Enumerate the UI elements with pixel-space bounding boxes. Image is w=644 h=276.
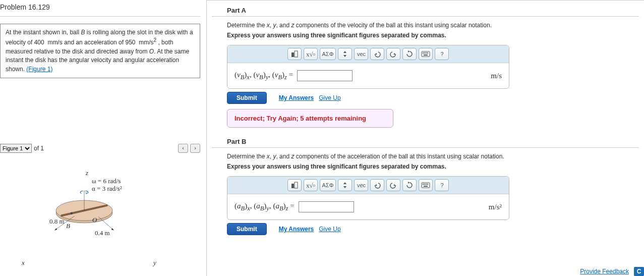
label-r2: 0.4 m <box>95 229 110 237</box>
part-a-title: Part A <box>212 7 639 17</box>
vec-button[interactable]: vec <box>354 179 368 191</box>
svg-rect-17 <box>423 52 424 53</box>
svg-rect-31 <box>426 184 427 185</box>
part-a-feedback: Incorrect; Try Again; 5 attempts remaini… <box>227 109 393 128</box>
updown-button[interactable] <box>338 48 352 60</box>
svg-marker-7 <box>54 228 57 230</box>
part-b-toolbar: x√▫ ΑΣΦ vec ? <box>227 177 509 194</box>
label-r1: 0.8 m <box>49 217 65 226</box>
part-b-answer-box: x√▫ ΑΣΦ vec ? (aB)x, (aB)y, (aB)z = m/s² <box>227 176 509 220</box>
reset-button[interactable] <box>402 48 417 60</box>
problem-description: At the instant shown in, ball B is rolli… <box>0 24 200 78</box>
svg-rect-30 <box>424 184 425 185</box>
provide-feedback-link[interactable]: Provide Feedback <box>580 268 629 275</box>
sqrt-button[interactable]: x√▫ <box>304 48 318 60</box>
part-a-prompt: Determine the x, y, and z components of … <box>227 22 639 29</box>
part-a-units: m/s <box>491 72 502 80</box>
svg-rect-18 <box>424 52 425 53</box>
label-O: O <box>92 216 97 224</box>
svg-rect-11 <box>295 51 298 57</box>
svg-marker-15 <box>408 50 409 52</box>
label-omega: ω = 6 rad/s <box>92 177 121 185</box>
help-button[interactable]: ? <box>435 48 449 60</box>
part-a-toolbar: x√▫ ΑΣΦ vec ? <box>227 45 509 63</box>
label-z: z <box>86 169 88 177</box>
part-a-instruction: Express your answers using three signifi… <box>227 32 639 39</box>
part-b-prompt: Determine the x, y, and z components of … <box>227 153 639 160</box>
svg-marker-5 <box>86 192 87 194</box>
part-a-submit-button[interactable]: Submit <box>227 92 267 104</box>
part-a-give-up[interactable]: Give Up <box>319 94 340 101</box>
figure-link[interactable]: (Figure 1) <box>26 66 52 73</box>
svg-text:x√▫: x√▫ <box>306 50 315 58</box>
template-button[interactable] <box>287 179 302 191</box>
vec-button[interactable]: vec <box>354 48 368 60</box>
redo-button[interactable] <box>386 179 400 191</box>
keyboard-button[interactable] <box>419 48 433 60</box>
part-a-answer-box: x√▫ ΑΣΦ vec ? (vB)x, (vB)y, (vB)z = m/s <box>227 45 509 89</box>
svg-rect-16 <box>422 51 430 57</box>
svg-rect-33 <box>424 186 428 187</box>
reset-button[interactable] <box>402 179 417 191</box>
label-B: B <box>66 222 70 230</box>
svg-marker-27 <box>408 182 409 184</box>
greek-button[interactable]: ΑΣΦ <box>320 48 336 60</box>
part-b-title: Part B <box>212 138 639 148</box>
svg-rect-29 <box>423 184 424 185</box>
part-b-give-up[interactable]: Give Up <box>319 226 340 233</box>
part-a-answer-input[interactable] <box>297 70 353 81</box>
svg-rect-23 <box>295 182 298 188</box>
label-y: y <box>153 259 156 267</box>
svg-rect-10 <box>291 52 294 57</box>
greek-button[interactable]: ΑΣΦ <box>320 179 336 191</box>
template-button[interactable] <box>287 48 302 60</box>
svg-rect-28 <box>422 183 430 188</box>
redo-button[interactable] <box>386 48 400 60</box>
figure-count: of 1 <box>34 145 44 152</box>
figure-next-button[interactable]: › <box>190 144 200 153</box>
part-b-my-answers[interactable]: My Answers <box>279 226 314 233</box>
help-button[interactable]: ? <box>435 179 449 191</box>
keyboard-button[interactable] <box>419 179 433 191</box>
part-a-my-answers[interactable]: My Answers <box>279 94 314 101</box>
label-x: x <box>22 259 25 267</box>
part-a-lhs: (vB)x, (vB)y, (vB)z = <box>235 71 293 81</box>
svg-point-3 <box>71 212 73 214</box>
part-b-answer-input[interactable] <box>299 201 354 212</box>
svg-rect-19 <box>426 52 427 53</box>
corner-badge[interactable]: C <box>634 267 644 276</box>
part-a: Part A Determine the x, y, and z compone… <box>212 1 639 128</box>
updown-button[interactable] <box>338 179 352 191</box>
label-alpha: α = 3 rad/s² <box>92 185 122 193</box>
svg-rect-21 <box>424 54 428 56</box>
svg-text:x√▫: x√▫ <box>306 182 315 189</box>
svg-rect-22 <box>291 184 294 188</box>
svg-rect-32 <box>427 184 428 185</box>
svg-rect-20 <box>427 52 428 53</box>
part-b-submit-button[interactable]: Submit <box>227 223 267 235</box>
part-b-instruction: Express your answers using three signifi… <box>227 163 639 170</box>
figure-diagram: z ω = 6 rad/s α = 3 rad/s² O B 0.8 m 0.4… <box>0 163 182 276</box>
part-b-units: m/s² <box>489 203 502 211</box>
figure-prev-button[interactable]: ‹ <box>178 144 188 153</box>
undo-button[interactable] <box>370 179 384 191</box>
undo-button[interactable] <box>370 48 384 60</box>
part-b-lhs: (aB)x, (aB)y, (aB)z = <box>235 202 295 212</box>
part-b: Part B Determine the x, y, and z compone… <box>212 128 639 235</box>
problem-title: Problem 16.129 <box>0 0 200 17</box>
sqrt-button[interactable]: x√▫ <box>304 179 318 191</box>
figure-select[interactable]: Figure 1 <box>0 144 32 153</box>
